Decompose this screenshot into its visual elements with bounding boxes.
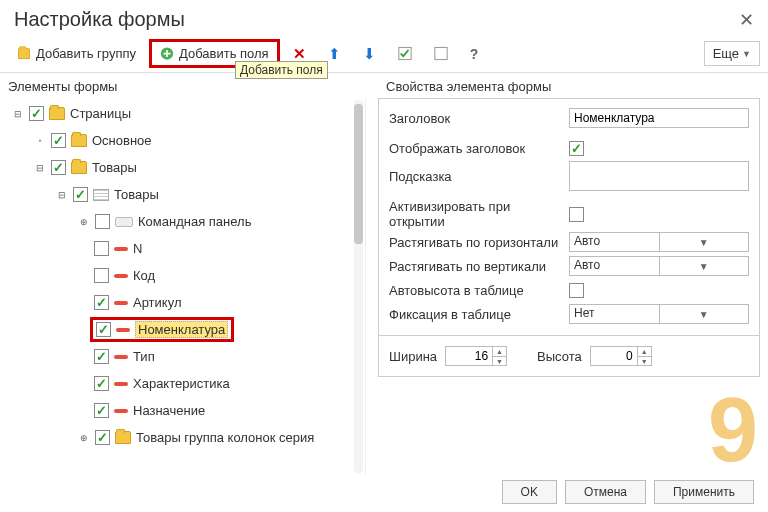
checkbox[interactable] (95, 214, 110, 229)
tree-item-code[interactable]: Код (133, 268, 155, 283)
checkbox[interactable] (94, 241, 109, 256)
more-button[interactable]: Еще ▼ (704, 41, 760, 66)
check-all-button[interactable] (389, 42, 421, 66)
label-autoheight: Автовысота в таблице (389, 283, 569, 298)
spin-up-icon[interactable]: ▲ (638, 347, 651, 357)
spin-down-icon[interactable]: ▼ (638, 357, 651, 366)
arrow-down-icon: ⬇ (363, 45, 376, 63)
arrow-up-icon: ⬆ (328, 45, 341, 63)
folder-icon (49, 107, 65, 120)
checkbox[interactable] (94, 349, 109, 364)
scroll-thumb[interactable] (354, 104, 363, 244)
check-icon (398, 47, 412, 61)
checkbox-show-header[interactable] (569, 141, 584, 156)
checkbox[interactable] (94, 403, 109, 418)
folder-icon (115, 431, 131, 444)
expander[interactable]: ⊕ (78, 216, 90, 228)
checkbox[interactable] (29, 106, 44, 121)
label-height: Высота (537, 349, 582, 364)
field-icon (114, 409, 128, 413)
checkbox[interactable] (95, 430, 110, 445)
expander[interactable]: ⊕ (78, 432, 90, 444)
combo-stretch-h[interactable]: Авто▼ (569, 232, 749, 252)
tree-item-characteristic[interactable]: Характеристика (133, 376, 230, 391)
tree-item-goods[interactable]: Товары (92, 160, 137, 175)
tree-item-goods-table[interactable]: Товары (114, 187, 159, 202)
field-icon (114, 247, 128, 251)
tree: ⊟Страницы Основное ⊟Товары ⊟Товары ⊕Кома… (0, 98, 365, 453)
scrollbar[interactable] (354, 100, 363, 473)
field-icon (116, 328, 130, 332)
input-header[interactable] (569, 108, 749, 128)
combo-fixation[interactable]: Нет▼ (569, 304, 749, 324)
checkbox-autoheight[interactable] (569, 283, 584, 298)
label-width: Ширина (389, 349, 437, 364)
selected-row[interactable]: Номенклатура (90, 317, 234, 342)
add-group-button[interactable]: Добавить группу (8, 41, 145, 66)
spinner-width[interactable]: ▲▼ (445, 346, 507, 366)
spin-down-icon[interactable]: ▼ (493, 357, 506, 366)
panel-icon (115, 217, 133, 227)
field-icon (114, 382, 128, 386)
toolbar: Добавить группу Добавить поля ✕ ⬆ ⬇ ? Ещ… (0, 35, 768, 73)
expander[interactable] (34, 135, 46, 147)
chevron-down-icon[interactable]: ▼ (659, 257, 749, 275)
tree-item-nomenclature[interactable]: Номенклатура (135, 321, 228, 338)
table-icon (93, 189, 109, 201)
label-hint: Подсказка (389, 169, 569, 184)
chevron-down-icon[interactable]: ▼ (659, 305, 749, 323)
tree-item-article[interactable]: Артикул (133, 295, 181, 310)
label-activate: Активизировать при открытии (389, 199, 569, 229)
label-stretch-h: Растягивать по горизонтали (389, 235, 569, 250)
dimension-panel: Ширина ▲▼ Высота ▲▼ (378, 336, 760, 377)
tree-item-purpose[interactable]: Назначение (133, 403, 205, 418)
uncheck-all-button[interactable] (425, 42, 457, 66)
tree-item-type[interactable]: Тип (133, 349, 155, 364)
field-icon (114, 355, 128, 359)
field-icon (114, 274, 128, 278)
checkbox-activate[interactable] (569, 207, 584, 222)
move-down-button[interactable]: ⬇ (354, 40, 385, 68)
tree-item-goods-group[interactable]: Товары группа колонок серия (136, 430, 314, 445)
chevron-down-icon: ▼ (742, 49, 751, 59)
tooltip: Добавить поля (235, 61, 328, 79)
folder-icon (71, 134, 87, 147)
tree-item-cmd-panel[interactable]: Командная панель (138, 214, 251, 229)
chevron-down-icon[interactable]: ▼ (659, 233, 749, 251)
ok-button[interactable]: OK (502, 480, 557, 504)
checkbox[interactable] (73, 187, 88, 202)
expander[interactable]: ⊟ (56, 189, 68, 201)
spin-up-icon[interactable]: ▲ (493, 347, 506, 357)
spinner-height[interactable]: ▲▼ (590, 346, 652, 366)
checkbox[interactable] (51, 160, 66, 175)
plus-icon (160, 47, 174, 61)
properties-panel: Заголовок Отображать заголовок Подсказка… (378, 98, 760, 336)
footer: OK Отмена Применить (502, 480, 754, 504)
tree-item-pages[interactable]: Страницы (70, 106, 131, 121)
close-icon[interactable]: ✕ (739, 9, 754, 31)
label-show-header: Отображать заголовок (389, 141, 569, 156)
expander[interactable]: ⊟ (12, 108, 24, 120)
input-hint[interactable] (569, 161, 749, 191)
checkbox[interactable] (94, 268, 109, 283)
tree-item-main[interactable]: Основное (92, 133, 152, 148)
expander[interactable]: ⊟ (34, 162, 46, 174)
checkbox[interactable] (94, 376, 109, 391)
window-title: Настройка формы (14, 8, 185, 31)
help-button[interactable]: ? (461, 41, 488, 67)
label-fixation: Фиксация в таблице (389, 307, 569, 322)
checkbox[interactable] (96, 322, 111, 337)
apply-button[interactable]: Применить (654, 480, 754, 504)
cancel-button[interactable]: Отмена (565, 480, 646, 504)
question-icon: ? (470, 46, 479, 62)
checkbox[interactable] (94, 295, 109, 310)
checkbox[interactable] (51, 133, 66, 148)
add-folder-icon (17, 47, 31, 61)
tree-item-n[interactable]: N (133, 241, 142, 256)
label-stretch-v: Растягивать по вертикали (389, 259, 569, 274)
field-icon (114, 301, 128, 305)
combo-stretch-v[interactable]: Авто▼ (569, 256, 749, 276)
folder-icon (71, 161, 87, 174)
right-pane-title: Свойства элемента формы (378, 73, 760, 98)
x-icon: ✕ (293, 45, 306, 63)
